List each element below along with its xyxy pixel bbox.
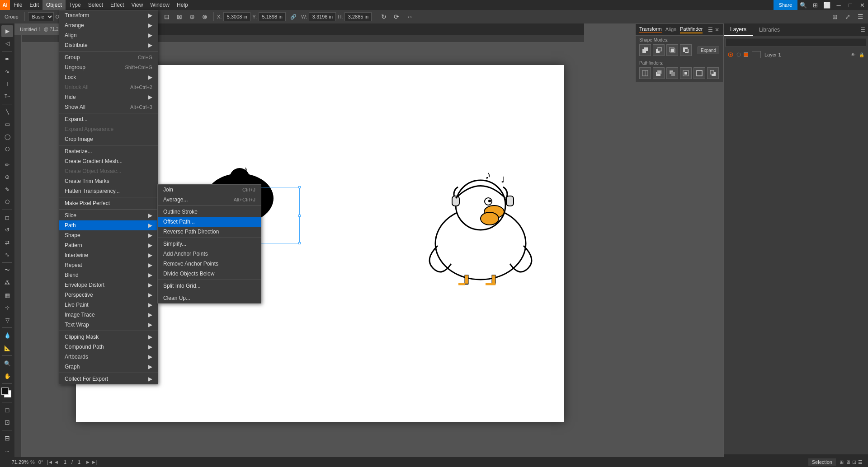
handle-tr[interactable] [298, 186, 301, 188]
polygon-tool[interactable]: ⬡ [1, 143, 13, 155]
blob-brush-tool[interactable]: ⊙ [1, 171, 13, 183]
path-reverse[interactable]: Reverse Path Direction [158, 227, 261, 237]
menu-repeat[interactable]: Repeat ▶ [59, 260, 158, 270]
pencil-tool[interactable]: ✎ [1, 184, 13, 196]
nav-prev-btn[interactable]: ◄ [54, 459, 59, 465]
minus-back-btn[interactable] [707, 67, 719, 79]
unite-btn[interactable] [639, 44, 651, 56]
align-top-btn[interactable]: ⊠ [174, 11, 185, 22]
style-select[interactable]: Basic [28, 12, 54, 21]
menu-pattern[interactable]: Pattern ▶ [59, 240, 158, 250]
layers-tab[interactable]: Layers [724, 23, 753, 36]
pathfinder-tab[interactable]: Pathfinder [680, 26, 703, 33]
menu-text-wrap[interactable]: Text Wrap ▶ [59, 320, 158, 330]
fullscreen-icon[interactable]: ⤢ [842, 11, 853, 22]
menu-view[interactable]: View [128, 0, 147, 10]
crop-btn[interactable] [680, 67, 692, 79]
gradient-tool[interactable]: ▽ [1, 314, 13, 326]
handle-mr[interactable] [298, 215, 301, 217]
menu-artboards[interactable]: Artboards ▶ [59, 352, 158, 362]
minus-front-btn[interactable] [653, 44, 665, 56]
x-input[interactable] [223, 12, 250, 21]
close-button[interactable]: ✕ [856, 0, 868, 10]
menu-window[interactable]: Window [146, 0, 173, 10]
minimize-button[interactable]: ─ [833, 0, 844, 10]
menu-ungroup[interactable]: Ungroup Shift+Ctrl+G [59, 62, 158, 72]
path-offset[interactable]: Offset Path... [158, 217, 261, 227]
rect-tool[interactable]: ▭ [1, 118, 13, 130]
zoom-control[interactable]: % [4, 459, 35, 465]
h-input[interactable] [344, 12, 372, 21]
libraries-tab[interactable]: Libraries [753, 23, 786, 36]
eyedropper-tool[interactable]: 💧 [1, 330, 13, 341]
menu-hide[interactable]: Hide ▶ [59, 92, 158, 102]
path-average[interactable]: Average... Alt+Ctrl+J [158, 195, 261, 205]
panel-toggle[interactable]: ☰ [855, 11, 866, 22]
align-middle-btn[interactable]: ⊕ [187, 11, 198, 22]
arrange-icon[interactable]: ⊞ [830, 11, 840, 22]
ellipse-tool[interactable]: ◯ [1, 131, 13, 143]
menu-group[interactable]: Group Ctrl+G [59, 52, 158, 62]
panel-options-icon[interactable]: ☰ [708, 27, 713, 33]
pen-tool[interactable]: ✒ [1, 53, 13, 65]
layer-1-visible-toggle[interactable]: 👁 [851, 52, 855, 57]
expand-button[interactable]: Expand [698, 47, 719, 54]
align-right-btn[interactable]: ⊟ [161, 11, 172, 22]
nav-first-btn[interactable]: |◄ [47, 459, 53, 465]
direct-selection-tool[interactable]: ◁ [1, 38, 13, 50]
menu-perspective[interactable]: Perspective ▶ [59, 290, 158, 300]
gpu-preview-icon[interactable]: 🖥 [845, 459, 850, 465]
path-clean-up[interactable]: Clean Up... [158, 293, 261, 303]
target-icon[interactable] [736, 51, 742, 58]
menu-effect[interactable]: Effect [107, 0, 127, 10]
menu-expand[interactable]: Expand... [59, 114, 158, 124]
normal-mode[interactable]: □ [1, 404, 13, 416]
transform-btn[interactable]: ↻ [378, 11, 389, 22]
w-input[interactable] [309, 12, 336, 21]
menu-lock[interactable]: Lock ▶ [59, 72, 158, 82]
path-join[interactable]: Join Ctrl+J [158, 185, 261, 195]
symbol-spray-tool[interactable]: ⁂ [1, 277, 13, 289]
artboard-input[interactable] [60, 459, 71, 465]
outline-btn[interactable] [693, 67, 705, 79]
artboard-edit-icon[interactable]: ⊞ [840, 459, 844, 465]
zoom-input[interactable] [4, 459, 28, 465]
menu-object-mosaic[interactable]: Create Object Mosaic... [59, 166, 158, 176]
menu-rasterize[interactable]: Rasterize... [59, 146, 158, 156]
menu-file[interactable]: File [10, 0, 26, 10]
menu-image-trace[interactable]: Image Trace ▶ [59, 310, 158, 320]
curvature-tool[interactable]: ∿ [1, 65, 13, 77]
nav-next-btn[interactable]: ► [85, 459, 90, 465]
align-bottom-btn[interactable]: ⊗ [199, 11, 210, 22]
menu-select[interactable]: Select [85, 0, 107, 10]
selection-tool[interactable]: ▶ [1, 25, 13, 37]
measure-tool[interactable]: 📐 [1, 342, 13, 354]
mesh-tool[interactable]: ⊹ [1, 302, 13, 313]
tile-mode-icon[interactable]: ⊡ [852, 459, 856, 465]
more-tools[interactable]: ··· [1, 445, 13, 457]
exclude-btn[interactable] [680, 44, 692, 56]
menu-pixel-perfect[interactable]: Make Pixel Perfect [59, 198, 158, 208]
path-remove-anchor[interactable]: Remove Anchor Points [158, 259, 261, 269]
path-add-anchor[interactable]: Add Anchor Points [158, 249, 261, 259]
path-outline-stroke[interactable]: Outline Stroke [158, 207, 261, 217]
path-split-grid[interactable]: Split Into Grid... [158, 281, 261, 291]
menu-object[interactable]: Object [42, 0, 66, 10]
menu-transform[interactable]: Transform ▶ [59, 10, 158, 20]
panel-close-icon[interactable]: ✕ [715, 27, 719, 33]
search-button[interactable]: 🔍 [797, 0, 809, 10]
arrange-button[interactable]: ⊞ [809, 0, 821, 10]
eraser-tool[interactable]: ◻ [1, 212, 13, 224]
menu-compound-path[interactable]: Compound Path ▶ [59, 342, 158, 352]
artboard-total-input[interactable] [74, 459, 85, 465]
menu-graph[interactable]: Graph ▶ [59, 362, 158, 372]
restore-button[interactable]: ⬜ [821, 0, 833, 10]
drawing-mode[interactable]: ⊡ [1, 416, 13, 428]
merge-btn[interactable] [666, 67, 678, 79]
menu-show-all[interactable]: Show All Alt+Ctrl+3 [59, 102, 158, 112]
warp-tool[interactable]: 〜 [1, 265, 13, 276]
touch-type-tool[interactable]: T~ [1, 90, 13, 102]
shaper-tool[interactable]: ⬠ [1, 196, 13, 208]
hand-tool[interactable]: ✋ [1, 370, 13, 382]
align-tab[interactable]: Align [665, 27, 676, 33]
